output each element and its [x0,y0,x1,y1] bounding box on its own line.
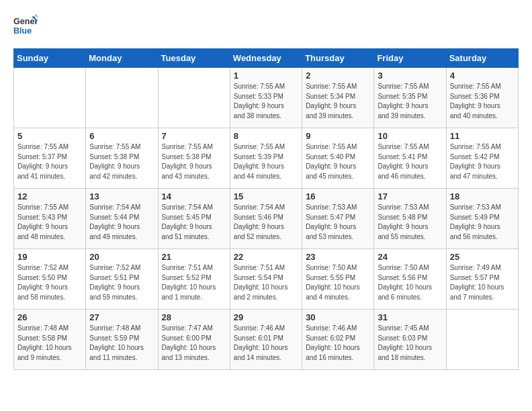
table-row: 22Sunrise: 7:51 AM Sunset: 5:54 PM Dayli… [230,249,302,310]
calendar-week-row: 26Sunrise: 7:48 AM Sunset: 5:58 PM Dayli… [14,310,519,370]
table-row: 20Sunrise: 7:52 AM Sunset: 5:51 PM Dayli… [86,249,158,310]
table-row [86,68,158,128]
day-number: 9 [306,131,370,141]
page-header: General Blue [13,13,519,38]
day-info: Sunrise: 7:55 AM Sunset: 5:39 PM Dayligh… [234,142,298,181]
calendar-table: Sunday Monday Tuesday Wednesday Thursday… [13,48,519,370]
table-row: 10Sunrise: 7:55 AM Sunset: 5:41 PM Dayli… [374,128,446,189]
table-row: 18Sunrise: 7:53 AM Sunset: 5:49 PM Dayli… [446,189,518,249]
table-row: 27Sunrise: 7:48 AM Sunset: 5:59 PM Dayli… [86,310,158,370]
day-number: 16 [306,191,370,201]
day-info: Sunrise: 7:55 AM Sunset: 5:42 PM Dayligh… [450,142,515,181]
table-row: 8Sunrise: 7:55 AM Sunset: 5:39 PM Daylig… [230,128,302,189]
day-number: 23 [306,252,370,262]
day-number: 10 [378,131,442,141]
day-number: 15 [234,191,298,201]
day-number: 1 [234,71,298,81]
header-thursday: Thursday [302,49,374,68]
day-number: 17 [378,191,442,201]
header-monday: Monday [86,49,158,68]
table-row: 26Sunrise: 7:48 AM Sunset: 5:58 PM Dayli… [14,310,86,370]
table-row: 28Sunrise: 7:47 AM Sunset: 6:00 PM Dayli… [158,310,230,370]
day-number: 4 [450,71,515,81]
table-row: 19Sunrise: 7:52 AM Sunset: 5:50 PM Dayli… [14,249,86,310]
table-row: 1Sunrise: 7:55 AM Sunset: 5:33 PM Daylig… [230,68,302,128]
header-tuesday: Tuesday [158,49,230,68]
day-info: Sunrise: 7:55 AM Sunset: 5:35 PM Dayligh… [378,82,442,121]
table-row: 16Sunrise: 7:53 AM Sunset: 5:47 PM Dayli… [302,189,374,249]
day-info: Sunrise: 7:51 AM Sunset: 5:52 PM Dayligh… [162,263,226,302]
table-row: 23Sunrise: 7:50 AM Sunset: 5:55 PM Dayli… [302,249,374,310]
table-row: 7Sunrise: 7:55 AM Sunset: 5:38 PM Daylig… [158,128,230,189]
day-number: 3 [378,71,442,81]
day-number: 12 [17,191,82,201]
day-number: 27 [89,312,154,322]
svg-text:Blue: Blue [13,26,32,36]
table-row: 21Sunrise: 7:51 AM Sunset: 5:52 PM Dayli… [158,249,230,310]
day-info: Sunrise: 7:55 AM Sunset: 5:34 PM Dayligh… [306,82,370,121]
calendar-week-row: 12Sunrise: 7:55 AM Sunset: 5:43 PM Dayli… [14,189,519,249]
table-row [14,68,86,128]
table-row: 2Sunrise: 7:55 AM Sunset: 5:34 PM Daylig… [302,68,374,128]
table-row: 17Sunrise: 7:53 AM Sunset: 5:48 PM Dayli… [374,189,446,249]
day-info: Sunrise: 7:49 AM Sunset: 5:57 PM Dayligh… [450,263,515,302]
day-number: 8 [234,131,298,141]
day-number: 14 [162,191,226,201]
day-number: 22 [234,252,298,262]
day-info: Sunrise: 7:48 AM Sunset: 5:58 PM Dayligh… [17,324,82,363]
header-sunday: Sunday [14,49,86,68]
calendar-week-row: 5Sunrise: 7:55 AM Sunset: 5:37 PM Daylig… [14,128,519,189]
header-saturday: Saturday [446,49,518,68]
day-number: 26 [17,312,82,322]
day-info: Sunrise: 7:53 AM Sunset: 5:49 PM Dayligh… [450,203,515,242]
table-row: 30Sunrise: 7:46 AM Sunset: 6:02 PM Dayli… [302,310,374,370]
day-info: Sunrise: 7:54 AM Sunset: 5:45 PM Dayligh… [162,203,226,242]
day-info: Sunrise: 7:52 AM Sunset: 5:50 PM Dayligh… [17,263,82,302]
day-number: 18 [450,191,515,201]
day-info: Sunrise: 7:55 AM Sunset: 5:43 PM Dayligh… [17,203,82,242]
weekday-header-row: Sunday Monday Tuesday Wednesday Thursday… [14,49,519,68]
logo-icon: General Blue [13,13,38,38]
day-number: 7 [162,131,226,141]
table-row: 13Sunrise: 7:54 AM Sunset: 5:44 PM Dayli… [86,189,158,249]
table-row: 3Sunrise: 7:55 AM Sunset: 5:35 PM Daylig… [374,68,446,128]
table-row: 25Sunrise: 7:49 AM Sunset: 5:57 PM Dayli… [446,249,518,310]
table-row: 4Sunrise: 7:55 AM Sunset: 5:36 PM Daylig… [446,68,518,128]
table-row [446,310,518,370]
day-number: 20 [89,252,154,262]
day-number: 2 [306,71,370,81]
calendar-week-row: 19Sunrise: 7:52 AM Sunset: 5:50 PM Dayli… [14,249,519,310]
table-row: 6Sunrise: 7:55 AM Sunset: 5:38 PM Daylig… [86,128,158,189]
table-row: 31Sunrise: 7:45 AM Sunset: 6:03 PM Dayli… [374,310,446,370]
day-info: Sunrise: 7:55 AM Sunset: 5:33 PM Dayligh… [234,82,298,121]
day-number: 11 [450,131,515,141]
day-info: Sunrise: 7:54 AM Sunset: 5:46 PM Dayligh… [234,203,298,242]
day-number: 29 [234,312,298,322]
day-info: Sunrise: 7:55 AM Sunset: 5:37 PM Dayligh… [17,142,82,181]
day-info: Sunrise: 7:48 AM Sunset: 5:59 PM Dayligh… [89,324,154,363]
day-info: Sunrise: 7:50 AM Sunset: 5:56 PM Dayligh… [378,263,442,302]
day-info: Sunrise: 7:51 AM Sunset: 5:54 PM Dayligh… [234,263,298,302]
day-info: Sunrise: 7:53 AM Sunset: 5:47 PM Dayligh… [306,203,370,242]
day-number: 25 [450,252,515,262]
table-row: 14Sunrise: 7:54 AM Sunset: 5:45 PM Dayli… [158,189,230,249]
table-row: 24Sunrise: 7:50 AM Sunset: 5:56 PM Dayli… [374,249,446,310]
day-info: Sunrise: 7:55 AM Sunset: 5:38 PM Dayligh… [89,142,154,181]
day-number: 24 [378,252,442,262]
logo: General Blue [13,13,38,38]
day-info: Sunrise: 7:55 AM Sunset: 5:41 PM Dayligh… [378,142,442,181]
table-row: 9Sunrise: 7:55 AM Sunset: 5:40 PM Daylig… [302,128,374,189]
day-info: Sunrise: 7:55 AM Sunset: 5:40 PM Dayligh… [306,142,370,181]
header-wednesday: Wednesday [230,49,302,68]
day-info: Sunrise: 7:50 AM Sunset: 5:55 PM Dayligh… [306,263,370,302]
header-friday: Friday [374,49,446,68]
day-number: 13 [89,191,154,201]
day-info: Sunrise: 7:46 AM Sunset: 6:01 PM Dayligh… [234,324,298,363]
day-info: Sunrise: 7:55 AM Sunset: 5:36 PM Dayligh… [450,82,515,121]
day-info: Sunrise: 7:46 AM Sunset: 6:02 PM Dayligh… [306,324,370,363]
day-number: 19 [17,252,82,262]
day-info: Sunrise: 7:45 AM Sunset: 6:03 PM Dayligh… [378,324,442,363]
day-number: 30 [306,312,370,322]
day-number: 28 [162,312,226,322]
day-info: Sunrise: 7:54 AM Sunset: 5:44 PM Dayligh… [89,203,154,242]
